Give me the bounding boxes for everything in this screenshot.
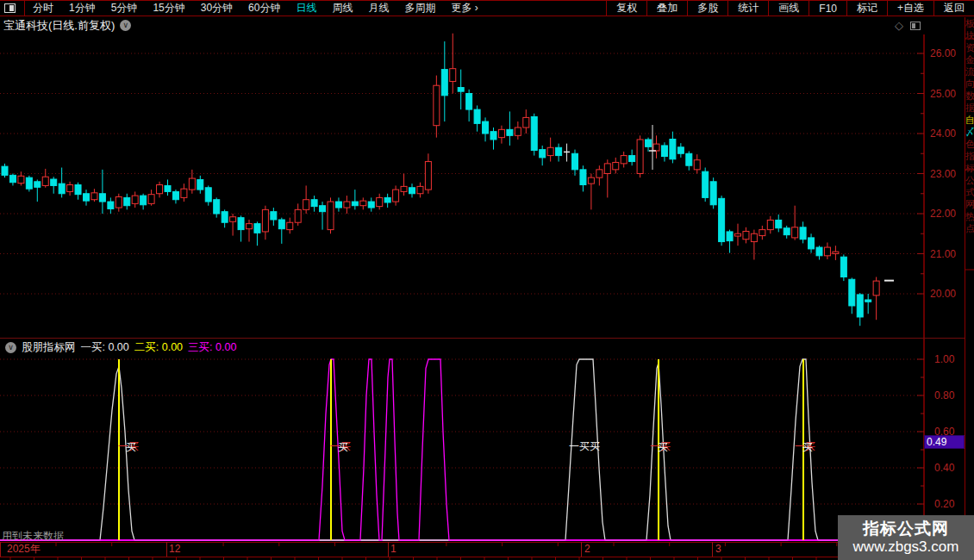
tab-weekly[interactable]: 周线 bbox=[324, 1, 360, 16]
price-axis-label: 20.00 bbox=[930, 289, 956, 299]
btn-back[interactable]: 返回 bbox=[933, 1, 974, 16]
window-layout-icon[interactable] bbox=[4, 3, 16, 13]
watermark-url: www.zbgs3.com bbox=[853, 538, 959, 556]
sidebar-strip-char: 流 bbox=[965, 65, 974, 78]
sidebar-strip-char: 式 bbox=[965, 186, 974, 198]
tab-30min[interactable]: 30分钟 bbox=[193, 1, 240, 16]
btn-fuquan[interactable]: 复权 bbox=[606, 1, 646, 16]
sidebar-strip-char: 色 bbox=[965, 138, 974, 150]
indicator-axis-label: 0.20 bbox=[934, 499, 954, 509]
sidebar-strip-char: 点 bbox=[965, 222, 974, 234]
period-toolbar: 分时1分钟5分钟15分钟30分钟60分钟日线周线月线多周期更多 › 复权叠加多股… bbox=[0, 0, 974, 16]
indicator-title: 股朋指标网 bbox=[22, 340, 76, 355]
btn-stats[interactable]: 统计 bbox=[727, 1, 768, 16]
time-axis-label: 1 bbox=[390, 544, 396, 555]
time-axis-label: 12 bbox=[169, 544, 180, 555]
price-axis-label: 21.00 bbox=[930, 249, 956, 259]
tab-fenshi[interactable]: 分时 bbox=[25, 1, 61, 16]
tab-60min[interactable]: 60分钟 bbox=[240, 1, 288, 16]
buy-signal-label: 一买买 bbox=[330, 441, 351, 452]
btn-multi-stock[interactable]: 多股 bbox=[687, 1, 727, 16]
price-axis-label: 23.00 bbox=[930, 169, 956, 179]
indicator-axis-label: 0.40 bbox=[934, 463, 954, 473]
btn-draw[interactable]: 画线 bbox=[768, 1, 809, 16]
indicator-current-value-badge: 0.49 bbox=[924, 435, 965, 449]
chevron-down-icon[interactable]: ∨ bbox=[120, 20, 131, 31]
chart-title-bar: 宝通科技(日线.前复权) ∨ bbox=[0, 17, 974, 34]
btn-mark[interactable]: 标记 bbox=[846, 1, 887, 16]
future-data-note: 用到未来数据 bbox=[2, 529, 64, 544]
tab-15min[interactable]: 15分钟 bbox=[145, 1, 192, 16]
btn-overlay[interactable]: 叠加 bbox=[646, 1, 687, 16]
indicator-value-sanbuy: 三买: 0.00 bbox=[188, 340, 236, 355]
btn-f10[interactable]: F10 bbox=[809, 1, 846, 16]
indicator-value-erbuy: 二买: 0.00 bbox=[134, 340, 183, 355]
buy-signal-label: 一买买 bbox=[650, 441, 671, 452]
time-axis-label: 2 bbox=[584, 544, 590, 555]
indicator-header: ∨ 股朋指标网 一买: 0.00 二买: 0.00 三买: 0.00 bbox=[0, 340, 236, 354]
buy-signal-label: 一买买 bbox=[118, 441, 139, 452]
time-axis-label: 2025年 bbox=[7, 544, 41, 555]
toolbar-actions: 复权叠加多股统计画线F10标记+自选返回 bbox=[606, 1, 974, 16]
tab-5min[interactable]: 5分钟 bbox=[103, 1, 146, 16]
sidebar-strip-char: 金 bbox=[965, 53, 974, 65]
tab-more[interactable]: 更多 › bbox=[443, 1, 485, 16]
stock-title: 宝通科技(日线.前复权) bbox=[3, 18, 115, 34]
sidebar-strip-char: 自 bbox=[965, 114, 974, 126]
sidebar-strip-char: 网 bbox=[965, 198, 974, 210]
sidebar-strip-char: 向 bbox=[965, 78, 974, 90]
price-axis-label: 22.00 bbox=[930, 208, 956, 219]
watermark: 指标公式网 www.zbgs3.com bbox=[838, 515, 974, 560]
price-axis-label: 25.00 bbox=[930, 89, 956, 99]
tab-1min[interactable]: 1分钟 bbox=[61, 1, 103, 16]
sidebar-strip-char: 热 bbox=[965, 210, 974, 222]
period-tabs: 分时1分钟5分钟15分钟30分钟60分钟日线周线月线多周期更多 › bbox=[25, 1, 486, 16]
sidebar-strip-char: 指 bbox=[965, 150, 974, 162]
sidebar-strip-char: 板 bbox=[965, 17, 974, 29]
sidebar-strip-char: 据 bbox=[965, 102, 974, 114]
app-window: 分时1分钟5分钟15分钟30分钟60分钟日线周线月线多周期更多 › 复权叠加多股… bbox=[0, 0, 974, 560]
diamond-icon[interactable]: ◇ bbox=[895, 19, 903, 32]
price-axis-label: 24.00 bbox=[930, 128, 956, 139]
charts-canvas bbox=[0, 0, 974, 560]
sidebar-strip-char: 块 bbox=[965, 29, 974, 41]
indicator-axis-label: 0.80 bbox=[934, 390, 954, 401]
sidebar-strip-char: 〆 bbox=[965, 126, 974, 138]
split-pane-icon[interactable] bbox=[910, 22, 921, 30]
price-axis-label: 26.00 bbox=[930, 48, 956, 59]
indicator-chevron-down-icon[interactable]: ∨ bbox=[5, 342, 16, 353]
sidebar-strip-char: 标 bbox=[965, 162, 974, 174]
indicator-value-yibuy: 一买: 0.00 bbox=[81, 340, 129, 355]
btn-add-watch[interactable]: +自选 bbox=[887, 1, 933, 16]
tab-daily[interactable]: 日线 bbox=[288, 1, 324, 16]
tab-monthly[interactable]: 月线 bbox=[360, 1, 396, 16]
buy-signal-label: 一买买 bbox=[795, 441, 815, 452]
buy-signal-label: 一买买 bbox=[569, 441, 600, 452]
time-axis-label: 3 bbox=[715, 544, 721, 555]
watermark-title: 指标公式网 bbox=[863, 520, 949, 538]
tab-multi-period[interactable]: 多周期 bbox=[396, 1, 443, 16]
right-sidebar-strip[interactable]: 板块资金流向数据自〆色指标公式网热点 bbox=[965, 17, 974, 560]
sidebar-strip-char: 公 bbox=[965, 174, 974, 186]
indicator-axis-label: 1.00 bbox=[934, 354, 954, 364]
title-bar-icons: ◇ bbox=[895, 19, 921, 32]
sidebar-strip-char: 资 bbox=[965, 41, 974, 53]
sidebar-strip-char: 数 bbox=[965, 90, 974, 102]
